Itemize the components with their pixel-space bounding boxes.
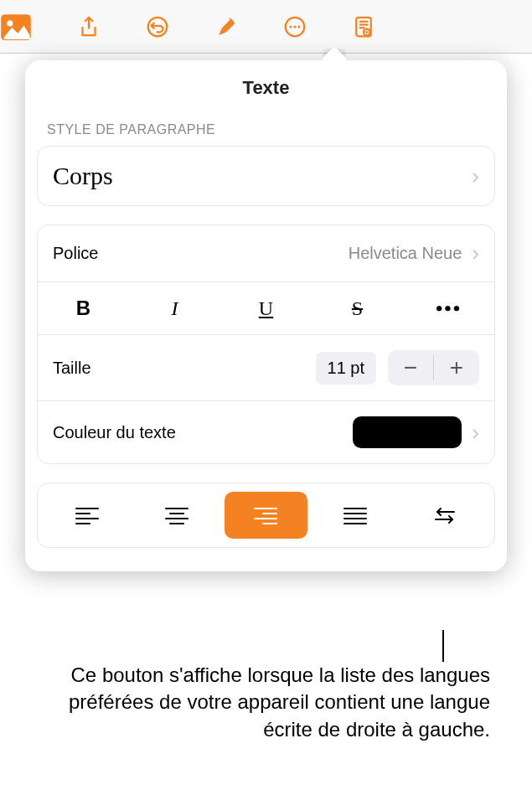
align-left-button[interactable]	[46, 492, 129, 539]
color-swatch[interactable]	[353, 416, 462, 448]
size-stepper: − +	[388, 350, 479, 385]
paragraph-style-card[interactable]: Corps ›	[37, 146, 495, 206]
paragraph-style-name: Corps	[53, 162, 113, 190]
text-style-row: B I U S •••	[38, 282, 494, 335]
font-label: Police	[53, 244, 98, 263]
underline-button[interactable]: U	[220, 282, 312, 334]
svg-point-2	[148, 17, 168, 36]
svg-point-4	[290, 25, 292, 28]
align-justify-button[interactable]	[314, 492, 397, 539]
share-icon[interactable]	[74, 12, 104, 42]
callout-line	[442, 630, 444, 662]
svg-point-12	[365, 30, 368, 33]
font-row[interactable]: Police Helvetica Neue ›	[38, 225, 494, 282]
size-increase-button[interactable]: +	[434, 350, 479, 385]
svg-point-5	[294, 25, 297, 28]
alignment-card	[37, 483, 495, 548]
section-header-paragraph-style: STYLE DE PARAGRAPHE	[25, 122, 507, 146]
size-row: Taille 11 pt − +	[38, 335, 494, 401]
align-right-button[interactable]	[225, 492, 307, 539]
bold-button[interactable]: B	[38, 282, 129, 334]
svg-point-6	[298, 25, 301, 28]
size-decrease-button[interactable]: −	[388, 350, 433, 385]
size-value[interactable]: 11 pt	[316, 352, 376, 385]
chevron-right-icon: ›	[472, 240, 479, 266]
format-brush-icon[interactable]	[211, 12, 241, 42]
undo-icon[interactable]	[142, 12, 173, 42]
photos-icon-partial[interactable]	[0, 13, 32, 40]
document-view-icon[interactable]	[349, 12, 379, 42]
chevron-right-icon: ›	[472, 163, 479, 189]
italic-button[interactable]: I	[129, 282, 220, 334]
svg-point-1	[7, 20, 13, 26]
size-label: Taille	[53, 359, 91, 378]
text-format-card: Police Helvetica Neue › B I U S ••• Tail…	[37, 225, 495, 464]
caption-text: Ce bouton s'affiche lorsque la liste des…	[46, 662, 490, 743]
more-icon[interactable]	[280, 12, 310, 42]
text-color-label: Couleur du texte	[53, 423, 176, 442]
text-direction-button[interactable]	[403, 492, 486, 539]
text-color-row[interactable]: Couleur du texte ›	[38, 401, 494, 463]
align-center-button[interactable]	[136, 492, 219, 539]
chevron-right-icon: ›	[472, 420, 479, 446]
font-value: Helvetica Neue	[349, 244, 462, 263]
toolbar	[0, 0, 532, 54]
format-panel: Texte STYLE DE PARAGRAPHE Corps › Police…	[25, 60, 507, 571]
panel-title: Texte	[25, 77, 507, 99]
strikethrough-button[interactable]: S	[312, 282, 403, 334]
more-styles-button[interactable]: •••	[403, 282, 494, 334]
